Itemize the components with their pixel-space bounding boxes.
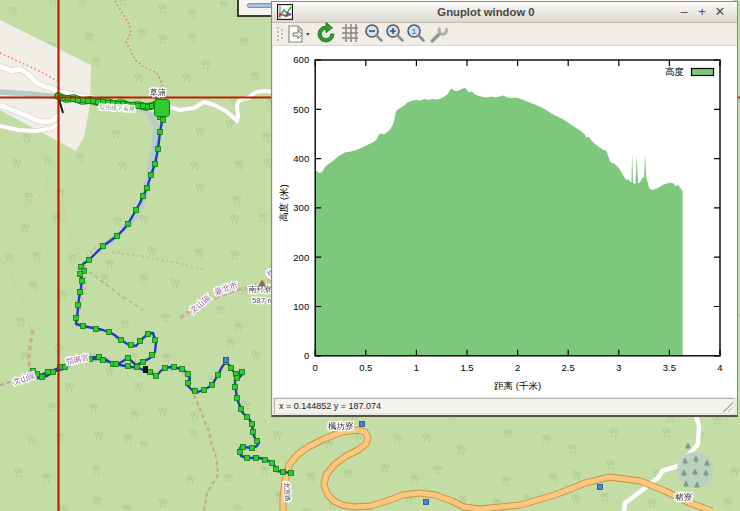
svg-text:400: 400 — [293, 153, 309, 164]
svg-text:1: 1 — [412, 27, 417, 36]
svg-text:600: 600 — [293, 54, 309, 65]
svg-text:0.5: 0.5 — [359, 362, 372, 373]
svg-text:3: 3 — [616, 362, 621, 373]
svg-text:楮寮: 楮寮 — [675, 492, 693, 502]
svg-text:楓坊寮: 楓坊寮 — [328, 421, 354, 431]
svg-text:草湳: 草湳 — [150, 88, 166, 97]
svg-text:高度 (米): 高度 (米) — [278, 184, 289, 221]
svg-text:2: 2 — [515, 362, 520, 373]
svg-text:0: 0 — [304, 350, 309, 361]
svg-text:100: 100 — [293, 301, 309, 312]
svg-text:南邦寮: 南邦寮 — [248, 285, 272, 294]
svg-text:2.5: 2.5 — [562, 362, 575, 373]
svg-text:3.5: 3.5 — [663, 362, 676, 373]
svg-text:距离 (千米): 距离 (千米) — [494, 380, 541, 391]
svg-text:200: 200 — [293, 252, 309, 263]
svg-text:高度: 高度 — [665, 66, 684, 77]
svg-text:4: 4 — [717, 362, 722, 373]
svg-text:0: 0 — [313, 362, 318, 373]
svg-text:500: 500 — [293, 104, 309, 115]
svg-text:1.5: 1.5 — [460, 362, 473, 373]
svg-text:300: 300 — [293, 202, 309, 213]
svg-text:1: 1 — [414, 362, 419, 373]
